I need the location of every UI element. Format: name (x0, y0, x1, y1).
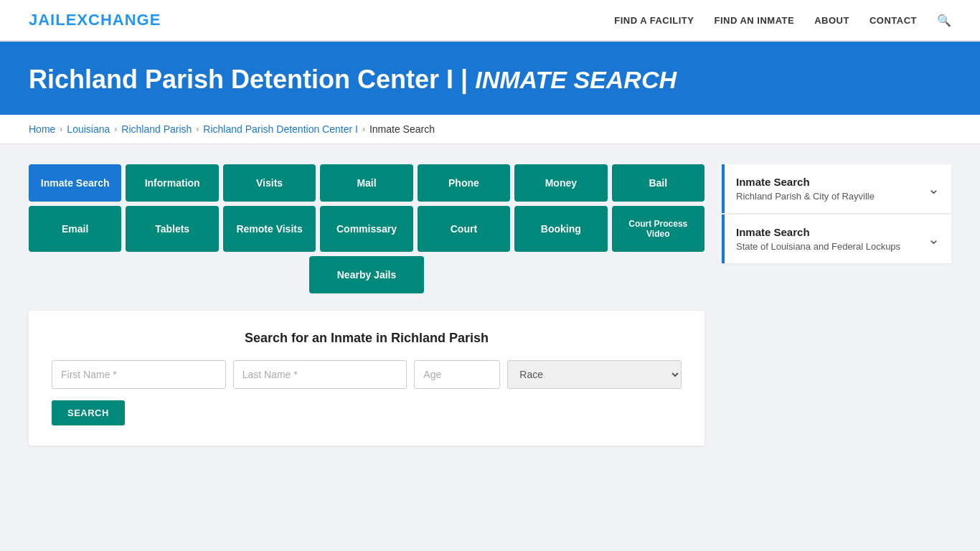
tab-row-1: Inmate Search Information Visits Mail Ph… (29, 164, 705, 202)
sep-3: › (196, 124, 199, 134)
tab-tablets[interactable]: Tablets (126, 206, 218, 252)
tab-nearby-jails[interactable]: Nearby Jails (309, 256, 424, 293)
nav-find-facility[interactable]: FIND A FACILITY (614, 15, 694, 26)
breadcrumb-facility[interactable]: Richland Parish Detention Center I (203, 123, 358, 135)
navbar: JAILEXCHANGE FIND A FACILITY FIND AN INM… (0, 0, 980, 42)
breadcrumb-louisiana[interactable]: Louisiana (67, 123, 110, 135)
age-input[interactable] (414, 360, 500, 389)
left-column: Inmate Search Information Visits Mail Ph… (29, 164, 705, 446)
sidebar-item-subtitle-1: Richland Parish & City of Rayville (736, 191, 875, 202)
search-button[interactable]: SEARCH (52, 400, 125, 425)
tab-information[interactable]: Information (126, 164, 218, 202)
breadcrumb-richland-parish[interactable]: Richland Parish (121, 123, 192, 135)
first-name-input[interactable] (52, 360, 226, 389)
tab-money[interactable]: Money (514, 164, 607, 202)
sep-4: › (362, 124, 365, 134)
breadcrumb-current: Inmate Search (369, 123, 435, 135)
logo-jail: JAIL (29, 11, 66, 29)
race-select[interactable]: Race White Black Hispanic Asian Other (507, 360, 682, 389)
tab-remote-visits[interactable]: Remote Visits (223, 206, 316, 252)
nav-links: FIND A FACILITY FIND AN INMATE ABOUT CON… (614, 14, 951, 27)
tab-commissary[interactable]: Commissary (320, 206, 413, 252)
sep-1: › (60, 124, 62, 134)
nav-about[interactable]: ABOUT (814, 15, 849, 26)
tab-row-2: Email Tablets Remote Visits Commissary C… (29, 206, 705, 252)
page-title: Richland Parish Detention Center I | INM… (29, 65, 951, 95)
search-icon-button[interactable]: 🔍 (937, 14, 951, 27)
form-row-inputs: Race White Black Hispanic Asian Other (52, 360, 682, 389)
sidebar-item-subtitle-2: State of Louisiana and Federal Lockups (736, 241, 900, 252)
chevron-down-icon-2: ⌄ (928, 230, 940, 248)
tab-mail[interactable]: Mail (320, 164, 413, 202)
sep-2: › (114, 124, 117, 134)
tab-booking[interactable]: Booking (514, 206, 607, 252)
tab-email[interactable]: Email (29, 206, 121, 252)
tab-bail[interactable]: Bail (612, 164, 705, 202)
right-sidebar: Inmate Search Richland Parish & City of … (722, 164, 951, 265)
sidebar-item-louisiana[interactable]: Inmate Search State of Louisiana and Fed… (722, 215, 951, 263)
tab-court[interactable]: Court (418, 206, 510, 252)
tab-row-3: Nearby Jails (29, 256, 705, 293)
chevron-down-icon-1: ⌄ (928, 180, 940, 197)
tab-visits[interactable]: Visits (223, 164, 316, 202)
sidebar-item-title-2: Inmate Search (736, 226, 900, 238)
main-content: Inmate Search Information Visits Mail Ph… (0, 144, 980, 466)
search-form-container: Search for an Inmate in Richland Parish … (29, 311, 705, 446)
tab-inmate-search[interactable]: Inmate Search (29, 164, 121, 202)
breadcrumb-home[interactable]: Home (29, 123, 55, 135)
breadcrumb: Home › Louisiana › Richland Parish › Ric… (0, 115, 980, 144)
sidebar-item-title-1: Inmate Search (736, 176, 875, 188)
last-name-input[interactable] (233, 360, 407, 389)
nav-find-inmate[interactable]: FIND AN INMATE (714, 15, 794, 26)
search-form-title: Search for an Inmate in Richland Parish (52, 331, 682, 346)
hero-section: Richland Parish Detention Center I | INM… (0, 42, 980, 115)
logo-exchange: EXCHANGE (66, 11, 161, 29)
logo[interactable]: JAILEXCHANGE (29, 11, 161, 29)
nav-contact[interactable]: CONTACT (870, 15, 917, 26)
sidebar-item-richland[interactable]: Inmate Search Richland Parish & City of … (722, 164, 951, 213)
tab-phone[interactable]: Phone (418, 164, 510, 202)
tab-court-process-video[interactable]: Court Process Video (612, 206, 705, 252)
